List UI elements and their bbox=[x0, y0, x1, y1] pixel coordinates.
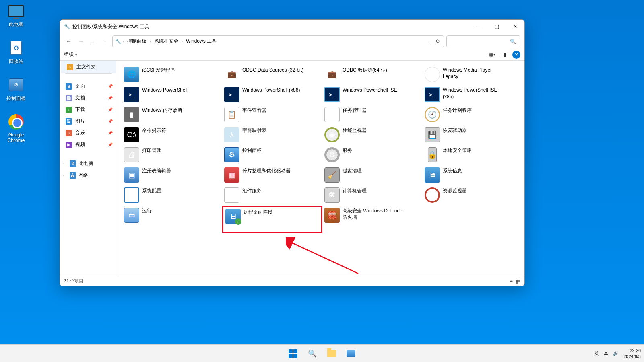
tool-item[interactable]: ◉性能监视器 bbox=[322, 125, 423, 145]
minimize-button[interactable]: ─ bbox=[469, 20, 487, 33]
icons-view-button[interactable]: ▦ bbox=[515, 278, 520, 284]
tool-item[interactable]: 💼ODBC 数据源(64 位) bbox=[322, 65, 423, 85]
taskbar-explorer[interactable] bbox=[324, 346, 340, 361]
sidebar-item-quick[interactable]: 🖥桌面📌 bbox=[60, 80, 116, 92]
monitor-icon: 🖥 bbox=[70, 160, 76, 167]
taskbar-controlpanel[interactable] bbox=[343, 346, 359, 361]
sidebar-item-thispc[interactable]: › 🖥 此电脑 bbox=[60, 158, 116, 169]
sidebar-item-home[interactable]: ⌂ 主文件夹 bbox=[60, 61, 116, 73]
breadcrumb[interactable]: 🔧 › 控制面板 › 系统和安全 › Windows 工具 ⌄ ⟳ bbox=[112, 35, 444, 47]
help-button[interactable]: ? bbox=[512, 51, 520, 59]
tool-item[interactable]: λ字符映射表 bbox=[222, 125, 322, 145]
taskbar: 🔍 英 🖧 🔊 22:26 2024/6/3 bbox=[0, 344, 644, 362]
folder-icon: ↓ bbox=[66, 107, 72, 113]
tool-item[interactable]: >_Windows PowerShell bbox=[122, 85, 222, 105]
item-label: 任务管理器 bbox=[343, 107, 367, 114]
refresh-button[interactable]: ⟳ bbox=[436, 38, 440, 44]
window-body: ⌂ 主文件夹 🖥桌面📌📄文档📌↓下载📌🖼图片📌♪音乐📌▶视频📌 › 🖥 此电脑 … bbox=[60, 61, 524, 276]
app-icon: 🧹 bbox=[324, 167, 340, 183]
tool-item[interactable]: >_Windows PowerShell ISE (x86) bbox=[423, 85, 523, 105]
monitor-icon bbox=[8, 2, 25, 19]
sidebar-item-network[interactable]: › 🖧 网络 bbox=[60, 169, 116, 181]
pin-icon: 📌 bbox=[108, 131, 113, 135]
desktop-icon-thispc[interactable]: 此电脑 bbox=[1, 2, 31, 28]
tool-item[interactable]: ⊕组件服务 bbox=[222, 185, 322, 206]
tool-item[interactable]: 🕘任务计划程序 bbox=[423, 105, 523, 125]
tool-item[interactable]: 🧱高级安全 Windows Defender 防火墙 bbox=[322, 206, 423, 226]
close-button[interactable]: ✕ bbox=[506, 20, 524, 33]
tool-item[interactable]: ◉资源监视器 bbox=[423, 185, 523, 206]
network-icon[interactable]: 🖧 bbox=[604, 351, 608, 356]
chevron-down-icon[interactable]: ⌄ bbox=[427, 39, 431, 43]
tool-item[interactable]: ▭运行 bbox=[122, 206, 222, 226]
maximize-button[interactable]: ▢ bbox=[487, 20, 506, 33]
tool-item[interactable]: 🖥系统信息 bbox=[423, 165, 523, 185]
sidebar-item-quick[interactable]: ▶视频📌 bbox=[60, 139, 116, 150]
item-label: 资源监视器 bbox=[443, 187, 467, 194]
sidebar-item-label: 视频 bbox=[75, 141, 85, 148]
forward-button[interactable]: → bbox=[76, 37, 86, 46]
tool-item[interactable]: ✓系统配置 bbox=[122, 185, 222, 206]
sidebar-item-quick[interactable]: 📄文档📌 bbox=[60, 92, 116, 104]
pin-icon: 📌 bbox=[108, 84, 113, 88]
tool-item[interactable]: C:\命令提示符 bbox=[122, 125, 222, 145]
back-button[interactable]: ← bbox=[64, 37, 74, 46]
start-button[interactable] bbox=[285, 346, 301, 361]
view-options-button[interactable]: ▦▾ bbox=[488, 51, 495, 58]
preview-pane-button[interactable]: ◨ bbox=[500, 51, 508, 58]
tool-item[interactable]: >_Windows PowerShell (x86) bbox=[222, 85, 322, 105]
ime-indicator[interactable]: 英 bbox=[594, 350, 599, 356]
search-button[interactable]: 🔍 bbox=[304, 346, 320, 361]
app-icon: ▮ bbox=[124, 107, 140, 123]
desktop-icon-chrome[interactable]: Google Chrome bbox=[1, 113, 31, 143]
titlebar[interactable]: 🔧 控制面板\系统和安全\Windows 工具 ─ ▢ ✕ bbox=[60, 20, 524, 33]
tool-item[interactable]: 🧹磁盘清理 bbox=[322, 165, 423, 185]
app-icon: 🔒 bbox=[424, 147, 440, 163]
tool-item[interactable]: ▶Windows Media Player Legacy bbox=[423, 65, 523, 85]
desktop-icon-controlpanel[interactable]: ⚙ 控制面板 bbox=[1, 76, 31, 102]
clock-time: 22:26 bbox=[623, 348, 641, 353]
item-label: 系统信息 bbox=[443, 167, 462, 174]
up-button[interactable]: ↑ bbox=[100, 37, 110, 46]
item-label: Windows 内存诊断 bbox=[142, 107, 182, 114]
tool-item[interactable]: 🖨打印管理 bbox=[122, 145, 222, 165]
tool-item[interactable]: >_Windows PowerShell ISE bbox=[322, 85, 423, 105]
chevron-right-icon: › bbox=[182, 39, 183, 43]
tool-item[interactable]: ⚙服务 bbox=[322, 145, 423, 165]
pin-icon: 📌 bbox=[108, 96, 113, 100]
tool-item[interactable]: 💼ODBC Data Sources (32-bit) bbox=[222, 65, 322, 85]
app-icon: ◉ bbox=[324, 127, 340, 143]
sidebar-item-label: 此电脑 bbox=[78, 160, 93, 167]
tool-item[interactable]: 🖥远程桌面连接 bbox=[222, 206, 322, 233]
clock[interactable]: 22:26 2024/6/3 bbox=[623, 348, 641, 359]
breadcrumb-seg[interactable]: 控制面板 bbox=[126, 37, 148, 45]
tool-item[interactable]: 💾恢复驱动器 bbox=[423, 125, 523, 145]
tool-item[interactable]: 🛠计算机管理 bbox=[322, 185, 423, 206]
app-icon: ✓ bbox=[124, 187, 140, 203]
details-view-button[interactable]: ≡ bbox=[510, 278, 513, 284]
tool-item[interactable]: ⚙控制面板 bbox=[222, 145, 322, 165]
main-content[interactable]: 🌐iSCSI 发起程序💼ODBC Data Sources (32-bit)💼O… bbox=[116, 61, 524, 276]
tool-item[interactable]: 🔒本地安全策略 bbox=[423, 145, 523, 165]
item-label: 性能监视器 bbox=[343, 127, 367, 134]
recycle-bin-icon bbox=[8, 39, 25, 56]
sidebar-item-label: 音乐 bbox=[75, 130, 85, 136]
breadcrumb-seg[interactable]: Windows 工具 bbox=[184, 37, 218, 45]
organize-button[interactable]: 组织 bbox=[64, 51, 74, 58]
tool-item[interactable]: 📋事件查看器 bbox=[222, 105, 322, 125]
system-tray: 英 🖧 🔊 22:26 2024/6/3 bbox=[594, 348, 641, 359]
tool-item[interactable]: ▮Windows 内存诊断 bbox=[122, 105, 222, 125]
tool-item[interactable]: ▦碎片整理和优化驱动器 bbox=[222, 165, 322, 185]
desktop-icon-recycle[interactable]: 回收站 bbox=[1, 39, 31, 65]
search-input[interactable]: 🔍 bbox=[446, 35, 520, 47]
sidebar-item-quick[interactable]: ♪音乐📌 bbox=[60, 127, 116, 139]
sidebar-item-quick[interactable]: 🖼图片📌 bbox=[60, 115, 116, 127]
volume-icon[interactable]: 🔊 bbox=[613, 351, 619, 356]
tool-item[interactable]: 〽任务管理器 bbox=[322, 105, 423, 125]
tool-item[interactable]: ▣注册表编辑器 bbox=[122, 165, 222, 185]
sidebar-item-quick[interactable]: ↓下载📌 bbox=[60, 104, 116, 115]
breadcrumb-seg[interactable]: 系统和安全 bbox=[153, 37, 180, 45]
home-icon: ⌂ bbox=[67, 64, 73, 70]
tool-item[interactable]: 🌐iSCSI 发起程序 bbox=[122, 65, 222, 85]
recent-dropdown[interactable]: ⌄ bbox=[88, 37, 98, 46]
